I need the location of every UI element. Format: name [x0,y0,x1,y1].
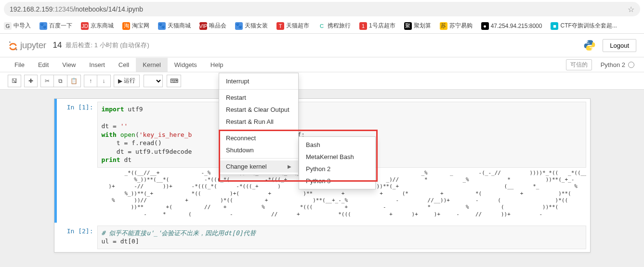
kernel-menu-dropdown: InterruptRestartRestart & Clear OutputRe… [219,73,299,175]
kernel-option-metakernel-bash[interactable]: MetaKernel Bash [299,151,375,163]
bookmark-label: 淘宝网 [132,22,149,30]
kernel-menu-change-kernel[interactable]: Change kernel▶ [219,160,298,173]
chevron-right-icon: ▶ [288,164,291,169]
menu-widgets[interactable]: Widgets [168,58,204,72]
kernel-menu-restart-clear-output[interactable]: Restart & Clear Output [219,104,298,116]
menu-edit[interactable]: Edit [31,58,55,72]
browser-address-bar[interactable]: 192.168.2.159:12345/notebooks/14/14.ipyn… [4,2,640,16]
jupyter-logo-icon [8,40,18,51]
bookmark-item[interactable]: 🐾百度一下 [39,22,72,30]
kernel-option-python-3[interactable]: Python 3 [299,175,375,187]
python-icon [583,39,596,52]
bookmark-item[interactable]: ●47.254.94.215:8000 [481,22,542,30]
move-down-button[interactable]: ↓ [97,75,111,87]
bookmark-item[interactable]: 淘淘宝网 [122,22,149,30]
cell-prompt: In [1]: [64,102,97,168]
kernel-option-python-2[interactable]: Python 2 [299,163,375,175]
command-palette-button[interactable]: ⌨ [167,75,181,87]
bookmark-star-icon[interactable]: ☆ [628,5,634,14]
bookmark-label: 京东商城 [91,22,114,30]
kernel-option-bash[interactable]: Bash [299,139,375,151]
notebook-title[interactable]: 14 [53,40,62,50]
bookmark-label: 天猫商城 [168,22,191,30]
bookmark-label: 携程旅行 [328,22,351,30]
run-icon: ▶ [118,78,122,84]
menu-kernel[interactable]: Kernel [136,58,168,72]
bookmark-label: 聚划算 [414,22,431,30]
bookmark-favicon: G [4,22,12,30]
menu-view[interactable]: View [55,58,82,72]
bookmark-label: 中导入 [13,22,31,30]
bookmark-favicon: ● [481,22,489,30]
menu-insert[interactable]: Insert [82,58,112,72]
bookmark-favicon: 苏 [440,22,447,30]
bookmark-item[interactable]: JD京东商城 [81,22,114,30]
checkpoint-status: 最后检查: 1 小时前 (自动保存) [66,41,149,50]
bookmark-item[interactable]: 11号店超市 [359,22,395,30]
kernel-indicator[interactable]: Python 2 [599,61,636,68]
bookmark-item[interactable]: VIP唯品会 [199,22,226,30]
bookmark-favicon: ■ [551,22,558,30]
bookmark-label: 天猫女装 [245,22,268,30]
bookmark-favicon: 聚 [404,22,412,30]
bookmark-item[interactable]: G中导入 [4,22,31,30]
bookmark-label: 天猫超市 [286,22,309,30]
bookmark-label: CTF夺旗训练全套超... [560,22,617,30]
menu-help[interactable]: Help [204,58,230,72]
kernel-name: Python 2 [601,61,625,68]
toolbar: 🖫 ✚ ✂ ⧉ 📋 ↑ ↓ ▶ 运行 ⌨ [0,72,644,90]
bookmark-label: 百度一下 [49,22,72,30]
move-up-button[interactable]: ↑ [84,75,97,87]
bookmark-item[interactable]: 苏苏宁易购 [440,22,473,30]
cell-input[interactable]: # 似乎不能直接u'_'会验证不出来，因此用dt[0]代替 ul = dt[0] [97,226,586,249]
svg-point-2 [587,41,588,42]
notebook-cell[interactable]: In [2]:# 似乎不能直接u'_'会验证不出来，因此用dt[0]代替 ul … [54,223,590,252]
cell-prompt: In [2]: [64,226,97,249]
bookmark-item[interactable]: 🐾天猫女装 [235,22,268,30]
output-prompt [64,168,97,220]
bookmark-label: 唯品会 [209,22,226,30]
svg-point-1 [16,49,17,50]
bookmark-favicon: 🐾 [158,22,166,30]
bookmark-label: 苏宁易购 [449,22,473,30]
notebook-header: jupyter 14 最后检查: 1 小时前 (自动保存) Logout [0,34,644,57]
bookmark-favicon: T [276,22,284,30]
copy-button[interactable]: ⧉ [54,75,67,87]
trusted-badge[interactable]: 可信的 [566,59,592,70]
insert-cell-button[interactable]: ✚ [24,75,38,87]
kernel-menu-restart-run-all[interactable]: Restart & Run All [219,116,298,128]
paste-button[interactable]: 📋 [67,75,81,87]
menubar: FileEditViewInsertCellKernelWidgetsHelp … [0,57,644,72]
logout-button[interactable]: Logout [603,39,636,52]
svg-point-0 [9,41,11,43]
bookmark-favicon: VIP [199,22,207,30]
bookmark-favicon: 淘 [122,22,130,30]
jupyter-logo-text: jupyter [20,40,46,51]
url-text: 192.168.2.159:12345/notebooks/14/14.ipyn… [10,5,628,13]
bookmark-favicon: JD [81,22,89,30]
bookmark-label: 47.254.94.215:8000 [491,23,542,29]
svg-point-3 [591,49,592,50]
bookmark-favicon: 🐾 [235,22,243,30]
cell-type-select[interactable] [144,75,163,87]
kernel-menu-interrupt[interactable]: Interrupt [219,75,298,87]
run-label: 运行 [124,77,135,85]
bookmark-item[interactable]: C携程旅行 [318,22,351,30]
bookmark-item[interactable]: 聚聚划算 [404,22,431,30]
kernel-menu-reconnect[interactable]: Reconnect [219,132,298,144]
run-button[interactable]: ▶ 运行 [114,75,140,87]
bookmark-label: 1号店超市 [369,22,395,30]
bookmark-item[interactable]: ■CTF夺旗训练全套超... [551,22,617,30]
change-kernel-submenu: BashMetaKernel BashPython 2Python 3 [299,136,376,189]
kernel-menu-restart[interactable]: Restart [219,92,298,104]
menu-file[interactable]: File [8,58,31,72]
bookmark-item[interactable]: T天猫超市 [276,22,309,30]
bookmarks-bar: G中导入🐾百度一下JD京东商城淘淘宝网🐾天猫商城VIP唯品会🐾天猫女装T天猫超市… [0,18,644,34]
bookmark-item[interactable]: 🐾天猫商城 [158,22,191,30]
jupyter-logo[interactable]: jupyter [8,40,46,51]
bookmark-favicon: 🐾 [39,22,47,30]
menu-cell[interactable]: Cell [112,58,136,72]
cut-button[interactable]: ✂ [40,75,54,87]
save-button[interactable]: 🖫 [8,75,21,87]
kernel-menu-shutdown[interactable]: Shutdown [219,144,298,156]
